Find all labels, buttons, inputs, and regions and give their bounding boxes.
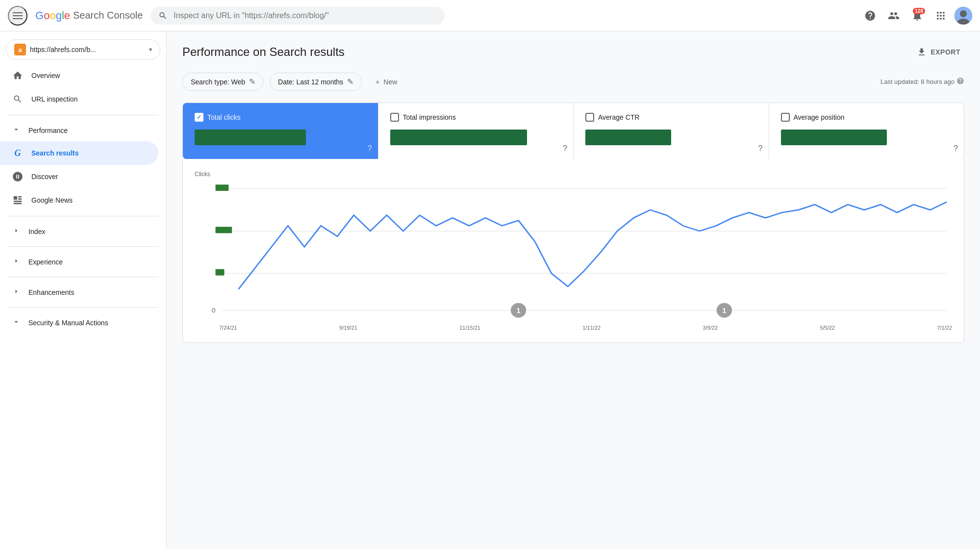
- svg-text:0: 0: [212, 307, 215, 314]
- sidebar-item-url-inspection[interactable]: URL inspection: [0, 87, 158, 111]
- nav-divider-4: [8, 277, 158, 277]
- help-button[interactable]: [860, 6, 880, 26]
- x-label-1: 9/19/21: [339, 325, 357, 331]
- metric-card-average-ctr[interactable]: Average CTR ?: [574, 103, 769, 159]
- svg-rect-9: [18, 198, 22, 200]
- topbar-actions: 128: [860, 6, 972, 26]
- metric-checkbox-average-position: [781, 113, 790, 122]
- metric-label-total-clicks: Total clicks: [207, 113, 241, 121]
- enhancements-group[interactable]: Enhancements: [0, 281, 166, 303]
- export-button[interactable]: EXPORT: [913, 43, 964, 61]
- main-area: a https://ahrefs.com/b... ▾ Overview URL…: [0, 31, 980, 549]
- manage-accounts-button[interactable]: [884, 6, 904, 26]
- url-search-input[interactable]: [174, 11, 437, 20]
- page-title: Performance on Search results: [182, 45, 345, 59]
- sidebar: a https://ahrefs.com/b... ▾ Overview URL…: [0, 31, 167, 549]
- app-container: Google Search Console: [0, 0, 980, 549]
- x-label-3: 1/11/22: [582, 325, 601, 331]
- new-filter-button[interactable]: + New: [368, 74, 405, 90]
- app-logo: Google Search Console: [35, 9, 143, 22]
- metric-bar-average-ctr: [585, 130, 671, 145]
- search-results-label: Search results: [31, 149, 79, 157]
- notification-badge: 128: [913, 8, 925, 14]
- sidebar-item-search-results[interactable]: G Search results: [0, 141, 158, 165]
- svg-rect-1: [13, 15, 23, 16]
- url-inspection-label: URL inspection: [31, 95, 77, 103]
- metric-label-average-position: Average position: [794, 113, 845, 121]
- property-dropdown-icon: ▾: [149, 46, 152, 53]
- discover-icon: [12, 171, 24, 183]
- chart-x-labels: 7/24/21 9/19/21 11/15/21 1/11/22 3/9/22 …: [195, 321, 952, 331]
- index-label: Index: [28, 228, 45, 235]
- notifications-button[interactable]: 128: [907, 6, 927, 26]
- google-news-icon: [12, 194, 24, 206]
- performance-expand-icon: [12, 125, 21, 135]
- metric-bar-total-impressions: [390, 130, 528, 145]
- search-type-filter[interactable]: Search type: Web ✎: [182, 73, 264, 91]
- svg-point-4: [960, 10, 967, 17]
- metric-bar-average-position: [781, 130, 887, 145]
- metric-checkbox-total-clicks: [195, 113, 203, 122]
- security-group[interactable]: Security & Manual Actions: [0, 312, 166, 334]
- metric-label-average-ctr: Average CTR: [598, 113, 640, 121]
- google-apps-button[interactable]: [931, 6, 951, 26]
- nav-section-main: Overview URL inspection Performance: [0, 64, 166, 334]
- url-search-bar[interactable]: [151, 7, 445, 25]
- index-group[interactable]: Index: [0, 220, 166, 242]
- url-inspection-icon: [12, 93, 24, 105]
- metric-help-total-impressions[interactable]: ?: [563, 144, 567, 153]
- enhancements-expand-icon: [12, 287, 21, 297]
- topbar: Google Search Console: [0, 0, 980, 31]
- x-label-5: 5/5/22: [820, 325, 835, 331]
- x-label-2: 11/15/21: [459, 325, 480, 331]
- property-selector[interactable]: a https://ahrefs.com/b... ▾: [6, 39, 160, 60]
- sidebar-item-google-news[interactable]: Google News: [0, 188, 158, 212]
- nav-divider-3: [8, 246, 158, 247]
- index-expand-icon: [12, 226, 21, 236]
- svg-rect-2: [13, 18, 23, 19]
- performance-label: Performance: [28, 127, 68, 134]
- google-news-label: Google News: [31, 196, 73, 204]
- metric-bar-container-total-impressions: [390, 130, 562, 149]
- chart-svg: 0 1 1: [195, 183, 952, 321]
- search-type-label: Search type: Web: [191, 78, 245, 86]
- last-updated-help-icon[interactable]: [956, 77, 964, 86]
- last-updated: Last updated: 8 hours ago: [880, 77, 964, 86]
- user-avatar[interactable]: [955, 7, 972, 25]
- svg-rect-19: [216, 269, 225, 275]
- enhancements-label: Enhancements: [28, 288, 74, 296]
- date-edit-icon: ✎: [347, 77, 353, 86]
- sidebar-item-discover[interactable]: Discover: [0, 165, 158, 188]
- experience-group[interactable]: Experience: [0, 251, 166, 273]
- metric-bar-container-average-position: [781, 130, 953, 149]
- menu-icon: [13, 11, 23, 21]
- apps-icon: [935, 10, 947, 22]
- metric-checkbox-total-impressions: [390, 113, 399, 122]
- metric-card-total-clicks[interactable]: Total clicks ?: [183, 103, 378, 159]
- sidebar-item-overview[interactable]: Overview: [0, 64, 158, 87]
- x-label-4: 3/9/22: [703, 325, 718, 331]
- metric-card-average-position[interactable]: Average position ?: [769, 103, 964, 159]
- metric-card-total-impressions[interactable]: Total impressions ?: [378, 103, 574, 159]
- nav-divider-5: [8, 307, 158, 308]
- metric-card-average-ctr-header: Average CTR: [585, 113, 757, 122]
- accounts-icon: [888, 10, 900, 22]
- google-wordmark: Google: [35, 9, 70, 22]
- svg-rect-18: [216, 227, 232, 233]
- x-label-0: 7/24/21: [219, 325, 237, 331]
- filter-bar: Search type: Web ✎ Date: Last 12 months …: [182, 73, 964, 91]
- metric-help-total-clicks[interactable]: ?: [368, 144, 372, 153]
- help-icon: [864, 10, 876, 22]
- metric-help-average-ctr[interactable]: ?: [758, 144, 763, 153]
- experience-expand-icon: [12, 257, 21, 267]
- nav-divider-1: [8, 115, 158, 115]
- metric-bar-total-clicks: [195, 130, 306, 145]
- home-icon: [12, 70, 24, 81]
- performance-group[interactable]: Performance: [0, 119, 166, 141]
- experience-label: Experience: [28, 258, 63, 266]
- date-label: Date: Last 12 months: [278, 78, 343, 86]
- metric-help-average-position[interactable]: ?: [954, 144, 958, 153]
- chart-wrapper: 0 1 1: [195, 183, 952, 321]
- date-filter[interactable]: Date: Last 12 months ✎: [270, 73, 362, 91]
- hamburger-menu[interactable]: [8, 6, 27, 26]
